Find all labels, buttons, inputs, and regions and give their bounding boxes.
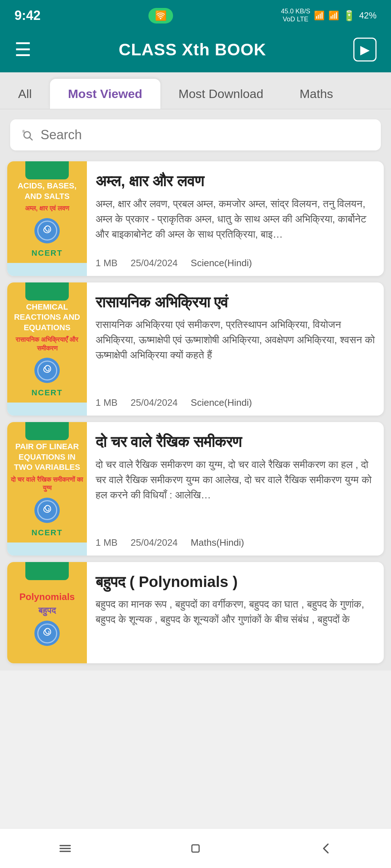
card-title-2: रासायनिक अभिक्रिया एवं <box>96 293 375 312</box>
tab-most-download-label: Most Download <box>178 87 263 101</box>
card-desc-3: दो चर वाले रैखिक समीकरण का युग्म, दो चर … <box>96 457 375 531</box>
card-size-2: 1 MB <box>96 397 118 408</box>
thumb-green-tab-3 <box>25 422 69 440</box>
status-time: 9:42 <box>14 8 41 23</box>
thumb-top-1 <box>7 161 87 176</box>
card-info-1: अम्ल, क्षार और लवण अम्ल, क्षार और लवण, प… <box>87 161 384 276</box>
card-desc-4: बहुपद का मानक रूप , बहुपदों का वर्गीकरण,… <box>96 597 375 656</box>
bottom-nav <box>0 828 391 868</box>
search-bar <box>10 119 381 150</box>
thumb-body-3: PAIR OF LINEAR EQUATIONS IN TWO VARIABLE… <box>7 437 87 542</box>
thumb-bottom-3 <box>7 542 87 556</box>
signal-icon: 📶 <box>314 10 325 21</box>
app-header: ☰ CLASS Xth BOOK ▶ <box>0 29 391 72</box>
thumb-top-3 <box>7 422 87 437</box>
thumb-en-title-1: ACIDS, BASES, AND SALTS <box>11 181 83 201</box>
tab-most-viewed[interactable]: Most Viewed <box>50 79 160 109</box>
card-title-1: अम्ल, क्षार और लवण <box>96 171 375 191</box>
thumb-logo-4 <box>34 621 60 646</box>
thumb-hi-title-2: रासायनिक अभिक्रियाएँ और समीकरण <box>11 336 83 353</box>
thumb-en-title-3: PAIR OF LINEAR EQUATIONS IN TWO VARIABLE… <box>11 442 83 473</box>
wifi-pill: 🛜 <box>148 8 173 24</box>
book-thumb-4: Polynomials बहुपद <box>7 562 87 663</box>
card-meta-3: 1 MB 25/04/2024 Maths(Hindi) <box>96 537 375 548</box>
nav-back-icon[interactable] <box>318 841 334 856</box>
thumb-logo-1 <box>34 218 60 243</box>
thumb-hi-title-4: बहुपद <box>38 605 56 616</box>
search-container <box>0 109 391 158</box>
data-info: 45.0 KB/S VoD LTE <box>281 8 310 23</box>
nav-home-icon[interactable] <box>188 841 203 856</box>
thumb-ncert-3: NCERT <box>31 528 63 537</box>
card-desc-2: रासायनिक अभिक्रिया एवं समीकरण, प्रतिस्था… <box>96 317 375 391</box>
book-card-3[interactable]: PAIR OF LINEAR EQUATIONS IN TWO VARIABLE… <box>7 422 384 556</box>
hamburger-icon[interactable]: ☰ <box>14 39 31 60</box>
battery-level: 42% <box>359 10 377 21</box>
svg-rect-10 <box>192 845 199 852</box>
thumb-en-title-4: Polynomials <box>19 591 75 603</box>
thumb-hi-title-1: अम्ल, क्षार एवं लवण <box>25 204 69 213</box>
thumb-ncert-2: NCERT <box>31 388 63 397</box>
tab-all[interactable]: All <box>0 79 50 109</box>
card-size-1: 1 MB <box>96 258 118 269</box>
thumb-body-4: Polynomials बहुपद <box>7 576 87 663</box>
thumb-top-4 <box>7 562 87 576</box>
battery-icon: 🔋 <box>343 10 356 22</box>
tab-all-label: All <box>18 87 32 101</box>
thumb-logo-3 <box>34 498 60 523</box>
card-info-3: दो चर वाले रैखिक समीकरण दो चर वाले रैखिक… <box>87 422 384 556</box>
app-title: CLASS Xth BOOK <box>119 40 266 59</box>
tab-most-viewed-label: Most Viewed <box>68 87 142 101</box>
tab-maths[interactable]: Maths <box>281 79 351 109</box>
card-subject-2: Science(Hindi) <box>191 397 252 408</box>
data-type: VoD LTE <box>283 16 308 24</box>
thumb-en-title-2: CHEMICAL REACTIONS AND EQUATIONS <box>11 302 83 333</box>
card-date-2: 25/04/2024 <box>131 397 178 408</box>
thumb-body-1: ACIDS, BASES, AND SALTS अम्ल, क्षार एवं … <box>7 176 87 263</box>
tab-maths-label: Maths <box>299 87 333 101</box>
thumb-green-tab-4 <box>25 562 69 580</box>
data-speed: 45.0 KB/S <box>281 8 310 16</box>
book-card-4[interactable]: Polynomials बहुपद बहुपद ( Polynomials ) … <box>7 562 384 663</box>
card-meta-2: 1 MB 25/04/2024 Science(Hindi) <box>96 397 375 408</box>
svg-rect-0 <box>22 130 25 133</box>
thumb-bottom-2 <box>7 403 87 416</box>
play-button[interactable]: ▶ <box>353 38 377 61</box>
card-title-4: बहुपद ( Polynomials ) <box>96 572 375 592</box>
search-icon <box>21 128 34 141</box>
thumb-green-tab-1 <box>25 161 69 179</box>
thumb-top-2 <box>7 282 87 297</box>
status-bar: 9:42 🛜 45.0 KB/S VoD LTE 📶 📶 🔋 42% <box>0 0 391 29</box>
book-card-2[interactable]: CHEMICAL REACTIONS AND EQUATIONS रासायनि… <box>7 282 384 416</box>
thumb-ncert-1: NCERT <box>31 248 63 258</box>
thumb-logo-inner-3 <box>37 500 57 520</box>
cards-container: ACIDS, BASES, AND SALTS अम्ल, क्षार एवं … <box>0 158 391 671</box>
thumb-logo-inner-2 <box>37 361 57 380</box>
card-date-3: 25/04/2024 <box>131 537 178 548</box>
thumb-bottom-1 <box>7 263 87 276</box>
thumb-logo-inner-4 <box>37 624 57 643</box>
card-desc-1: अम्ल, क्षार और लवण, प्रबल अम्ल, कमजोर अम… <box>96 196 375 252</box>
book-thumb-3: PAIR OF LINEAR EQUATIONS IN TWO VARIABLE… <box>7 422 87 556</box>
card-subject-3: Maths(Hindi) <box>191 537 244 548</box>
status-right: 45.0 KB/S VoD LTE 📶 📶 🔋 42% <box>281 8 377 23</box>
card-info-2: रासायनिक अभिक्रिया एवं रासायनिक अभिक्रिय… <box>87 282 384 416</box>
nav-menu-icon[interactable] <box>57 841 73 856</box>
thumb-body-2: CHEMICAL REACTIONS AND EQUATIONS रासायनि… <box>7 297 87 403</box>
tab-most-download[interactable]: Most Download <box>160 79 281 109</box>
book-thumb-1: ACIDS, BASES, AND SALTS अम्ल, क्षार एवं … <box>7 161 87 276</box>
wifi-icon: 🛜 <box>155 10 167 21</box>
thumb-logo-2 <box>34 358 60 383</box>
thumb-green-tab-2 <box>25 282 69 301</box>
thumb-logo-inner-1 <box>37 221 57 241</box>
play-icon: ▶ <box>360 42 370 57</box>
svg-line-2 <box>29 137 32 140</box>
book-card-1[interactable]: ACIDS, BASES, AND SALTS अम्ल, क्षार एवं … <box>7 161 384 276</box>
card-info-4: बहुपद ( Polynomials ) बहुपद का मानक रूप … <box>87 562 384 663</box>
card-meta-1: 1 MB 25/04/2024 Science(Hindi) <box>96 258 375 269</box>
card-subject-1: Science(Hindi) <box>191 258 252 269</box>
card-title-3: दो चर वाले रैखिक समीकरण <box>96 432 375 452</box>
signal-icon2: 📶 <box>328 10 339 21</box>
search-input[interactable] <box>41 127 370 142</box>
book-thumb-2: CHEMICAL REACTIONS AND EQUATIONS रासायनि… <box>7 282 87 416</box>
